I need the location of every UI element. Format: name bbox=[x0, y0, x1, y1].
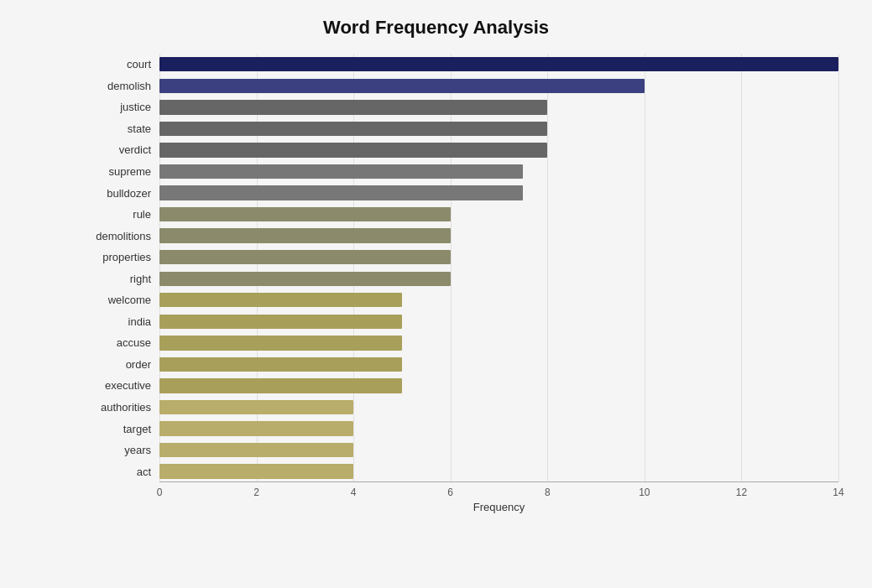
bar-row: order bbox=[84, 354, 838, 376]
bar-row: target bbox=[84, 418, 838, 440]
bar bbox=[159, 357, 402, 372]
bar-row: rule bbox=[84, 204, 838, 226]
bar-label: right bbox=[84, 273, 159, 285]
x-tick-label: 4 bbox=[351, 487, 357, 498]
bar bbox=[159, 421, 353, 435]
bar-label: verdict bbox=[84, 143, 159, 156]
bar-track bbox=[159, 332, 838, 354]
bar-track bbox=[159, 75, 838, 97]
bar bbox=[159, 143, 547, 157]
x-tick-label: 10 bbox=[639, 487, 650, 498]
bar-label: welcome bbox=[84, 294, 159, 306]
bar-label: bulldozer bbox=[84, 187, 159, 200]
x-tick-label: 2 bbox=[253, 487, 259, 498]
bar-track bbox=[159, 268, 838, 289]
bar-row: executive bbox=[84, 375, 838, 397]
bar-label: india bbox=[84, 315, 159, 328]
bar-row: supreme bbox=[84, 161, 838, 183]
bar-row: welcome bbox=[84, 289, 838, 311]
bar-label: executive bbox=[84, 379, 159, 392]
bar-label: target bbox=[84, 423, 159, 435]
x-tick-label: 0 bbox=[157, 487, 163, 498]
grid-line bbox=[838, 54, 839, 482]
bar-label: properties bbox=[84, 251, 159, 263]
bar-label: court bbox=[84, 58, 159, 70]
chart-title: Word Frequency Analysis bbox=[34, 17, 838, 39]
bar bbox=[159, 336, 402, 350]
x-axis: Frequency 02468101214 bbox=[159, 482, 838, 516]
bar-row: accuse bbox=[84, 332, 838, 354]
bar-label: supreme bbox=[84, 165, 159, 178]
bar-row: properties bbox=[84, 247, 838, 268]
bar bbox=[159, 315, 402, 329]
bar bbox=[159, 57, 838, 71]
bar bbox=[159, 250, 451, 264]
bar-track bbox=[159, 461, 838, 482]
bar-row: india bbox=[84, 311, 838, 333]
bar-label: demolish bbox=[84, 80, 159, 92]
bar-row: court bbox=[84, 54, 838, 75]
bar-row: bulldozer bbox=[84, 182, 838, 204]
chart-area: courtdemolishjusticestateverdictsupremeb… bbox=[84, 54, 838, 516]
x-tick-label: 14 bbox=[833, 487, 843, 498]
bar-label: rule bbox=[84, 208, 159, 221]
bar bbox=[159, 122, 547, 136]
chart-container: Word Frequency Analysis courtdemolishjus… bbox=[0, 0, 872, 588]
bar bbox=[159, 100, 547, 114]
bar-row: right bbox=[84, 268, 838, 289]
bar-track bbox=[159, 161, 838, 183]
bar bbox=[159, 185, 523, 200]
bar-track bbox=[159, 289, 838, 311]
bar bbox=[159, 228, 451, 242]
bar bbox=[159, 400, 353, 414]
bar-label: authorities bbox=[84, 401, 159, 414]
bar-track bbox=[159, 96, 838, 118]
x-tick-label: 8 bbox=[545, 487, 551, 498]
bar-label: order bbox=[84, 358, 159, 371]
bar bbox=[159, 378, 402, 393]
bar bbox=[159, 464, 353, 478]
bar-track bbox=[159, 182, 838, 204]
bar bbox=[159, 293, 402, 307]
bar-label: years bbox=[84, 444, 159, 456]
bar bbox=[159, 207, 451, 221]
bars-wrapper: courtdemolishjusticestateverdictsupremeb… bbox=[84, 54, 838, 482]
bar-track bbox=[159, 440, 838, 461]
x-tick-label: 6 bbox=[447, 487, 453, 498]
bar-row: demolish bbox=[84, 75, 838, 97]
bar-track bbox=[159, 354, 838, 376]
bar-track bbox=[159, 139, 838, 161]
bar-track bbox=[159, 418, 838, 440]
bar-track bbox=[159, 54, 838, 75]
bar-row: authorities bbox=[84, 397, 838, 419]
bar bbox=[159, 443, 353, 457]
bar-label: accuse bbox=[84, 336, 159, 349]
bar-track bbox=[159, 225, 838, 247]
bar-track bbox=[159, 397, 838, 419]
bar-label: state bbox=[84, 122, 159, 135]
bar-row: demolitions bbox=[84, 225, 838, 247]
bar-row: act bbox=[84, 461, 838, 482]
bar-row: justice bbox=[84, 96, 838, 118]
bar-track bbox=[159, 118, 838, 140]
bar-track bbox=[159, 204, 838, 226]
bar-track bbox=[159, 247, 838, 268]
bar-track bbox=[159, 311, 838, 333]
bar-label: act bbox=[84, 466, 159, 478]
bar-label: justice bbox=[84, 101, 159, 113]
bar bbox=[159, 79, 645, 93]
bar-row: years bbox=[84, 440, 838, 461]
bar-track bbox=[159, 375, 838, 397]
bar bbox=[159, 272, 451, 286]
bar-row: state bbox=[84, 118, 838, 140]
x-tick-label: 12 bbox=[736, 487, 747, 498]
bar-label: demolitions bbox=[84, 230, 159, 242]
x-axis-label: Frequency bbox=[159, 501, 838, 516]
bar bbox=[159, 164, 523, 179]
bar-row: verdict bbox=[84, 139, 838, 161]
